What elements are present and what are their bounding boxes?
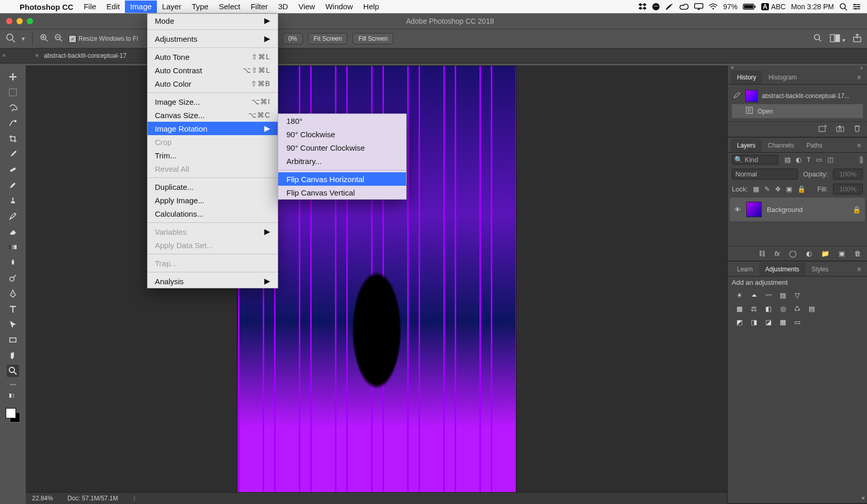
window-titlebar[interactable]: Adobe Photoshop CC 2018 (0, 13, 867, 29)
window-zoom-button[interactable] (27, 18, 33, 24)
window-minimize-button[interactable] (17, 18, 23, 24)
toolbox-overflow-icon[interactable]: ••• (10, 382, 16, 386)
adj-brightness-icon[interactable]: ☀ (735, 290, 744, 300)
lock-all-icon[interactable]: 🔒 (797, 185, 806, 193)
tab-paths[interactable]: Paths (800, 139, 829, 152)
status-circle-icon[interactable] (652, 3, 660, 11)
color-swatches[interactable] (6, 408, 20, 422)
zoom-in-icon[interactable] (40, 34, 49, 44)
tab-histogram[interactable]: Histogram (762, 71, 803, 84)
menu-edit[interactable]: Edit (101, 1, 125, 13)
gradient-tool-icon[interactable] (7, 241, 19, 253)
panel-close-icon[interactable]: × (861, 495, 865, 502)
input-source-badge[interactable]: AABC (761, 3, 785, 11)
menu-view[interactable]: View (293, 1, 320, 13)
adj-invert-icon[interactable]: ◩ (735, 317, 744, 327)
filter-smart-icon[interactable]: ◫ (827, 156, 833, 164)
status-zoom[interactable]: 22.84% (32, 495, 53, 502)
lock-artboard-icon[interactable]: ▣ (786, 185, 792, 193)
panel-menu-icon[interactable]: ≡ (854, 139, 864, 152)
layer-filter-kind[interactable]: 🔍Kind (732, 155, 778, 165)
menu-window[interactable]: Window (320, 1, 358, 13)
layer-name[interactable]: Background (767, 206, 847, 214)
workspace-switcher-icon[interactable]: ▾ (830, 34, 845, 44)
document-tab[interactable]: × abstract-backlit-conceptual-17 (26, 48, 134, 63)
menu-layer[interactable]: Layer (157, 1, 187, 13)
menu-calculations[interactable]: Calculations... (148, 207, 278, 220)
trash-icon[interactable] (854, 125, 861, 134)
tab-strip-expand-icon[interactable]: » (2, 52, 6, 59)
history-state-open[interactable]: Open (732, 104, 863, 118)
stamp-tool-icon[interactable] (7, 194, 19, 207)
link-layers-icon[interactable]: ⛓ (759, 250, 765, 257)
adj-mixer-icon[interactable]: ♺ (793, 304, 802, 313)
search-icon[interactable] (813, 34, 823, 44)
filter-pixel-icon[interactable]: ▧ (784, 156, 791, 164)
adj-curves-icon[interactable]: 〰 (764, 290, 773, 300)
adj-levels-icon[interactable]: ⏶ (749, 290, 759, 300)
brush-tool-icon[interactable] (7, 179, 19, 191)
blend-mode-select[interactable]: Normal (732, 169, 798, 180)
menu-auto-color[interactable]: Auto Color⇧⌘B (148, 77, 278, 90)
panel-collapse-icon[interactable]: × (731, 64, 734, 71)
adj-lookup-icon[interactable]: ▤ (807, 304, 816, 313)
zoom-tool[interactable] (7, 365, 19, 377)
submenu-flip-canvas-vertical[interactable]: Flip Canvas Vertical (278, 186, 406, 199)
status-arrow-icon[interactable]: 〉 (133, 494, 139, 503)
layer-visibility-icon[interactable]: 👁 (734, 206, 741, 214)
image-dropdown-menu[interactable]: Mode▶Adjustments▶Auto Tone⇧⌘LAuto Contra… (147, 13, 278, 288)
clock[interactable]: Mon 3:28 PM (791, 3, 834, 11)
share-icon[interactable] (853, 34, 862, 44)
lock-image-icon[interactable]: ✎ (764, 185, 770, 193)
pen-tool-icon[interactable] (7, 287, 19, 300)
mask-icon[interactable]: ◯ (789, 250, 797, 257)
mac-menubar[interactable]: Photoshop CC File Edit Image Layer Type … (0, 0, 867, 13)
adj-exposure-icon[interactable]: ▨ (778, 290, 788, 300)
menu-type[interactable]: Type (186, 1, 214, 13)
menu-canvas-size[interactable]: Canvas Size...⌥⌘C (148, 108, 278, 122)
zoom-level-button[interactable]: 0% (282, 33, 302, 44)
wifi-icon[interactable] (709, 3, 718, 10)
fit-screen-button[interactable]: Fit Screen (308, 33, 348, 44)
filter-shape-icon[interactable]: ▭ (816, 156, 822, 164)
menu-3d[interactable]: 3D (273, 1, 293, 13)
tool-preset-chevron-icon[interactable]: ▾ (22, 35, 25, 42)
history-source[interactable]: abstract-backlit-conceptual-17... (732, 88, 863, 104)
lasso-tool-icon[interactable] (7, 102, 19, 114)
control-center-icon[interactable] (853, 3, 861, 10)
menu-trim[interactable]: Trim... (148, 149, 278, 162)
status-doc[interactable]: Doc: 57.1M/57.1M (68, 495, 118, 502)
menu-auto-tone[interactable]: Auto Tone⇧⌘L (148, 50, 278, 63)
tab-learn[interactable]: Learn (731, 263, 759, 276)
resize-windows-checkbox[interactable]: ✓Resize Windows to Fi (69, 35, 138, 43)
filter-type-icon[interactable]: T (807, 156, 811, 164)
fill-value[interactable]: 100% (833, 184, 863, 194)
adj-threshold-icon[interactable]: ◪ (764, 317, 773, 327)
lock-position-icon[interactable]: ✥ (775, 185, 781, 193)
menu-select[interactable]: Select (214, 1, 246, 13)
panel-menu-icon[interactable]: ≡ (854, 71, 864, 84)
menu-adjustments[interactable]: Adjustments▶ (148, 32, 278, 45)
tab-adjustments[interactable]: Adjustments (759, 263, 806, 276)
fill-screen-button[interactable]: Fill Screen (352, 33, 393, 44)
type-tool-icon[interactable] (7, 303, 19, 315)
spotlight-icon[interactable] (839, 3, 847, 11)
layer-lock-icon[interactable]: 🔒 (853, 206, 861, 214)
marquee-tool-icon[interactable] (7, 86, 19, 99)
adj-posterize-icon[interactable]: ◨ (749, 317, 759, 327)
submenu-90-counter-clockwise[interactable]: 90° Counter Clockwise (278, 141, 406, 154)
move-tool-icon[interactable] (7, 71, 19, 83)
opacity-value[interactable]: 100% (833, 169, 863, 180)
heal-tool-icon[interactable] (7, 164, 19, 176)
menu-analysis[interactable]: Analysis▶ (148, 274, 278, 288)
tab-close-icon[interactable]: × (35, 52, 39, 59)
image-rotation-submenu[interactable]: 180°90° Clockwise90° Counter ClockwiseAr… (278, 113, 407, 200)
pen-icon[interactable] (665, 3, 673, 10)
battery-icon[interactable] (743, 3, 756, 10)
menu-image-rotation[interactable]: Image Rotation▶ (148, 122, 278, 135)
tab-styles[interactable]: Styles (806, 263, 835, 276)
menu-duplicate[interactable]: Duplicate... (148, 180, 278, 193)
crop-tool-icon[interactable] (7, 133, 19, 145)
hand-tool-icon[interactable] (7, 349, 19, 362)
adj-vibrance-icon[interactable]: ▽ (793, 290, 802, 300)
